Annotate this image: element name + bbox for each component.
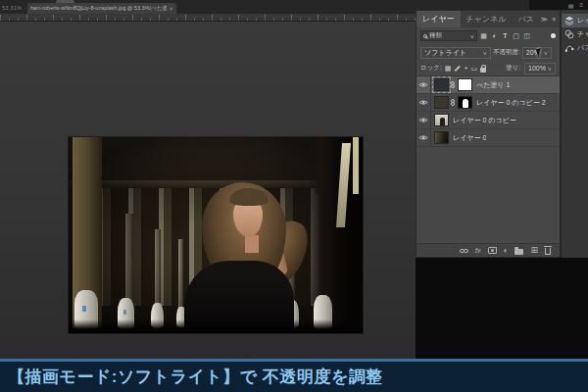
top-right-corner: ▤ ≡	[529, 0, 588, 10]
close-tab-icon[interactable]: ✕	[169, 6, 173, 12]
dock-item-channels[interactable]: チャンネル	[562, 27, 588, 41]
opacity-label: 不透明度:	[493, 48, 520, 57]
layer-list: べた塗り 1 レイヤー 0 のコピー 2 レイヤー 0 のコピー	[416, 75, 560, 243]
mask-link-icon[interactable]	[451, 99, 455, 106]
add-mask-icon[interactable]	[488, 247, 497, 254]
layer-name[interactable]: レイヤー 0 のコピー 2	[476, 98, 546, 108]
paths-icon	[564, 43, 574, 53]
canvas-pasteboard[interactable]	[0, 22, 416, 359]
dock-item-layers[interactable]: レイヤー	[562, 14, 588, 27]
mask-link-icon[interactable]	[451, 81, 455, 88]
filter-adjustment-icon[interactable]: ◐	[490, 32, 499, 39]
workspace-menu-icon[interactable]: ≡	[579, 2, 583, 8]
lock-paint-icon[interactable]	[455, 65, 461, 71]
fill-select[interactable]: 100% ∨	[524, 63, 556, 74]
panel-tab-bar: レイヤー チャンネル パス ≫ ≡	[416, 11, 560, 27]
visibility-toggle[interactable]	[416, 112, 431, 128]
fill-label: 塗り:	[506, 64, 520, 73]
document-tab-title: hani-roberts-wNm8QjLty-8-unsplash.jpg @ …	[30, 5, 167, 12]
panel-dock: レイヤー チャンネル パス	[561, 10, 588, 258]
visibility-toggle[interactable]	[416, 76, 431, 93]
fill-layer-thumbnail[interactable]	[434, 78, 449, 91]
photo-light-slit	[353, 137, 359, 194]
layers-icon	[564, 16, 574, 25]
dock-item-label: パス	[577, 43, 588, 53]
lock-position-icon[interactable]: +	[464, 65, 467, 72]
fill-value: 100%	[528, 65, 546, 72]
lock-all-icon[interactable]	[480, 68, 486, 73]
photoshop-window: 53.31% · W×H hani-roberts-wNm8QjLty-8-un…	[0, 0, 588, 392]
layers-panel-footer: fx ◐ ⊞	[416, 243, 560, 257]
dock-item-label: レイヤー	[577, 16, 588, 25]
lock-label: ロック:	[420, 64, 442, 73]
panel-menu-icon[interactable]: ≡	[552, 16, 556, 23]
filter-type-icon[interactable]: T	[501, 32, 510, 39]
blend-mode-value: ソフトライト	[424, 48, 481, 58]
workspace-grid-icon[interactable]: ▤	[568, 2, 574, 9]
layers-panel: レイヤー チャンネル パス ≫ ≡ 種類 ∨ ▦ ◐ T ▢ ◫ ソフトライ	[416, 10, 561, 258]
filter-pixel-icon[interactable]: ▦	[479, 32, 488, 40]
dock-item-label: チャンネル	[577, 29, 588, 39]
filter-shape-icon[interactable]: ▢	[512, 32, 520, 40]
lock-transparency-icon[interactable]: ▦	[445, 65, 452, 73]
canvas-photo[interactable]	[69, 137, 363, 333]
dock-item-paths[interactable]: パス	[562, 41, 588, 55]
layer-mask-thumbnail[interactable]	[458, 96, 472, 109]
layer-mask-thumbnail[interactable]	[458, 78, 472, 91]
layer-thumbnail[interactable]	[434, 96, 449, 109]
delete-layer-icon[interactable]	[545, 248, 551, 255]
photo-floor-shadow	[69, 319, 363, 333]
layer-filter-search[interactable]: 種類 ∨	[420, 30, 477, 41]
channels-icon	[564, 29, 574, 39]
lock-artboard-icon[interactable]: ▭	[470, 65, 477, 73]
visibility-toggle[interactable]	[416, 129, 431, 146]
lock-row: ロック: ▦ + ▭ 塗り: 100% ∨	[416, 61, 560, 75]
layer-row-copy[interactable]: レイヤー 0 のコピー	[416, 112, 560, 129]
caption-text: 【描画モード:ソフトライト】で 不透明度を調整	[8, 366, 383, 388]
layer-name[interactable]: レイヤー 0 のコピー	[453, 116, 516, 125]
eye-icon	[418, 81, 428, 88]
horizontal-ruler[interactable]	[0, 14, 416, 22]
collapse-panel-icon[interactable]: ≫	[541, 16, 548, 24]
eye-icon	[418, 117, 428, 123]
new-group-icon[interactable]	[514, 249, 523, 255]
document-tab[interactable]: hani-roberts-wNm8QjLty-8-unsplash.jpg @ …	[27, 3, 176, 14]
chevron-down-icon: ∨	[548, 66, 553, 72]
photo-paint-mark	[82, 306, 86, 312]
layer-thumbnail[interactable]	[434, 114, 449, 126]
tab-layers[interactable]: レイヤー	[416, 11, 461, 27]
blend-mode-select[interactable]: ソフトライト ∨	[420, 47, 491, 59]
layer-name[interactable]: レイヤー 0	[453, 133, 486, 143]
photo-hair-fringe	[229, 188, 269, 206]
chevron-down-icon: ∨	[483, 50, 488, 56]
filter-toggle-icon[interactable]	[551, 33, 556, 38]
visibility-toggle[interactable]	[416, 94, 431, 111]
new-layer-icon[interactable]: ⊞	[530, 246, 538, 255]
layer-row-copy2[interactable]: レイヤー 0 のコピー 2	[416, 94, 560, 112]
eye-icon	[418, 99, 428, 106]
layer-thumbnail[interactable]	[434, 131, 449, 144]
link-layers-icon[interactable]	[460, 249, 468, 253]
layer-row-solid-fill[interactable]: べた塗り 1	[416, 76, 560, 94]
photo-neck	[245, 235, 259, 253]
search-icon	[423, 34, 427, 38]
filter-smartobject-icon[interactable]: ◫	[522, 32, 531, 40]
caption-bar: 【描画モード:ソフトライト】で 不透明度を調整	[0, 359, 588, 392]
adjustment-layer-icon[interactable]: ◐	[504, 247, 509, 255]
blend-mode-row: ソフトライト ∨ 不透明度: 20% ∨	[416, 44, 560, 61]
tab-channels[interactable]: チャンネル	[461, 11, 513, 27]
layer-row-layer0[interactable]: レイヤー 0	[416, 129, 560, 147]
photo-paint-mark	[123, 310, 126, 315]
chevron-down-icon: ∨	[470, 33, 475, 39]
layer-style-icon[interactable]: fx	[475, 246, 481, 255]
tab-paths[interactable]: パス	[513, 11, 540, 27]
layer-filter-row: 種類 ∨ ▦ ◐ T ▢ ◫	[416, 27, 560, 44]
layer-name[interactable]: べた塗り 1	[476, 80, 510, 90]
filter-kind-label: 種類	[429, 31, 468, 40]
eye-icon	[418, 134, 428, 141]
bottom-right-backdrop	[416, 258, 588, 359]
